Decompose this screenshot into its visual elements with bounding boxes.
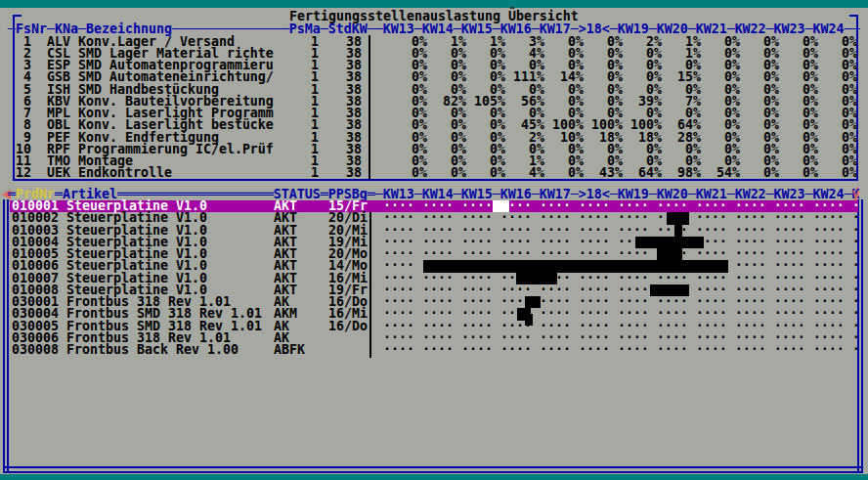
box1-corner-topleft xyxy=(13,15,22,17)
top-teal-strip xyxy=(0,0,868,8)
station-stdkw: 38 xyxy=(323,167,362,179)
box1-corner-topright xyxy=(849,15,858,17)
order-status: ABFK xyxy=(274,344,305,356)
load-cell: 0% xyxy=(813,167,857,179)
dos-app-screen: Fertigungsstellenauslastung Übersicht ─F… xyxy=(0,0,868,480)
load-cell: 54% xyxy=(696,167,740,179)
order-label: 030008 Frontbus Back Rev 1.00 xyxy=(12,344,239,356)
load-cell: 0% xyxy=(461,167,505,179)
load-cell: 0% xyxy=(735,167,779,179)
gantt-dots: ···· ···· ···· ···· ···· ···· ···· ···· … xyxy=(383,344,860,356)
bottom-teal-strip xyxy=(0,474,868,480)
load-cell: 98% xyxy=(657,167,701,179)
load-cell: 4% xyxy=(500,167,544,179)
load-cell: 0% xyxy=(383,167,427,179)
order-row[interactable]: 030008 Frontbus Back Rev 1.00ABFK···· ··… xyxy=(0,344,868,356)
load-cell: 0% xyxy=(540,167,584,179)
load-cell: 0% xyxy=(774,167,818,179)
load-cell: 0% xyxy=(422,167,466,179)
load-cell: 43% xyxy=(579,167,623,179)
station-row: 12 UEK Endkontrolle1380%0%0%4%0%43%64%98… xyxy=(0,167,868,179)
station-psma: 1 xyxy=(276,167,319,179)
load-cell: 64% xyxy=(618,167,662,179)
station-label: 12 UEK Endkontrolle xyxy=(0,167,172,179)
order-ppsbg-date: 16/Do xyxy=(328,321,368,332)
box2-border-bottom xyxy=(3,466,863,473)
